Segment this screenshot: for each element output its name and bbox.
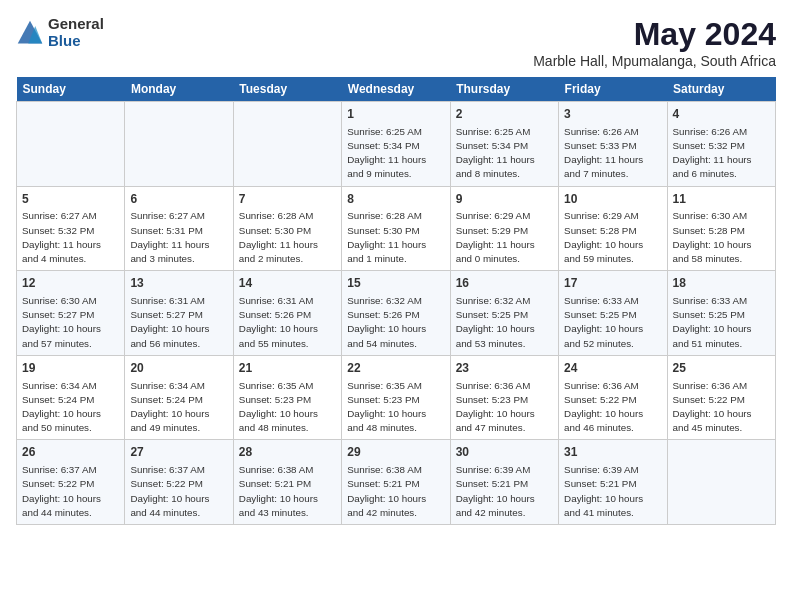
day-info: Sunrise: 6:28 AM Sunset: 5:30 PM Dayligh… [239, 209, 336, 266]
calendar-cell: 12Sunrise: 6:30 AM Sunset: 5:27 PM Dayli… [17, 271, 125, 356]
calendar-cell [17, 102, 125, 187]
day-number: 22 [347, 360, 444, 377]
day-number: 7 [239, 191, 336, 208]
calendar-cell [125, 102, 233, 187]
calendar-cell: 19Sunrise: 6:34 AM Sunset: 5:24 PM Dayli… [17, 355, 125, 440]
day-number: 15 [347, 275, 444, 292]
day-info: Sunrise: 6:27 AM Sunset: 5:31 PM Dayligh… [130, 209, 227, 266]
calendar-cell: 26Sunrise: 6:37 AM Sunset: 5:22 PM Dayli… [17, 440, 125, 525]
day-info: Sunrise: 6:33 AM Sunset: 5:25 PM Dayligh… [564, 294, 661, 351]
calendar-week-row: 1Sunrise: 6:25 AM Sunset: 5:34 PM Daylig… [17, 102, 776, 187]
calendar-cell: 17Sunrise: 6:33 AM Sunset: 5:25 PM Dayli… [559, 271, 667, 356]
day-info: Sunrise: 6:25 AM Sunset: 5:34 PM Dayligh… [456, 125, 553, 182]
calendar-week-row: 5Sunrise: 6:27 AM Sunset: 5:32 PM Daylig… [17, 186, 776, 271]
day-number: 21 [239, 360, 336, 377]
calendar-week-row: 26Sunrise: 6:37 AM Sunset: 5:22 PM Dayli… [17, 440, 776, 525]
day-info: Sunrise: 6:33 AM Sunset: 5:25 PM Dayligh… [673, 294, 770, 351]
weekday-header-saturday: Saturday [667, 77, 775, 102]
day-info: Sunrise: 6:29 AM Sunset: 5:28 PM Dayligh… [564, 209, 661, 266]
day-info: Sunrise: 6:38 AM Sunset: 5:21 PM Dayligh… [347, 463, 444, 520]
calendar-cell: 16Sunrise: 6:32 AM Sunset: 5:25 PM Dayli… [450, 271, 558, 356]
day-number: 17 [564, 275, 661, 292]
day-number: 2 [456, 106, 553, 123]
day-number: 30 [456, 444, 553, 461]
calendar-cell: 1Sunrise: 6:25 AM Sunset: 5:34 PM Daylig… [342, 102, 450, 187]
day-number: 5 [22, 191, 119, 208]
calendar-cell: 2Sunrise: 6:25 AM Sunset: 5:34 PM Daylig… [450, 102, 558, 187]
weekday-header-sunday: Sunday [17, 77, 125, 102]
day-number: 4 [673, 106, 770, 123]
day-number: 13 [130, 275, 227, 292]
calendar-cell: 25Sunrise: 6:36 AM Sunset: 5:22 PM Dayli… [667, 355, 775, 440]
calendar-cell: 27Sunrise: 6:37 AM Sunset: 5:22 PM Dayli… [125, 440, 233, 525]
day-number: 25 [673, 360, 770, 377]
calendar-cell: 3Sunrise: 6:26 AM Sunset: 5:33 PM Daylig… [559, 102, 667, 187]
day-info: Sunrise: 6:37 AM Sunset: 5:22 PM Dayligh… [130, 463, 227, 520]
calendar-cell: 20Sunrise: 6:34 AM Sunset: 5:24 PM Dayli… [125, 355, 233, 440]
calendar-cell: 30Sunrise: 6:39 AM Sunset: 5:21 PM Dayli… [450, 440, 558, 525]
weekday-header-monday: Monday [125, 77, 233, 102]
calendar-cell: 6Sunrise: 6:27 AM Sunset: 5:31 PM Daylig… [125, 186, 233, 271]
weekday-header-tuesday: Tuesday [233, 77, 341, 102]
calendar-cell: 23Sunrise: 6:36 AM Sunset: 5:23 PM Dayli… [450, 355, 558, 440]
day-info: Sunrise: 6:36 AM Sunset: 5:22 PM Dayligh… [673, 379, 770, 436]
day-number: 23 [456, 360, 553, 377]
day-info: Sunrise: 6:31 AM Sunset: 5:26 PM Dayligh… [239, 294, 336, 351]
page-title: May 2024 [533, 16, 776, 53]
day-info: Sunrise: 6:36 AM Sunset: 5:22 PM Dayligh… [564, 379, 661, 436]
day-number: 29 [347, 444, 444, 461]
day-number: 8 [347, 191, 444, 208]
calendar-cell: 13Sunrise: 6:31 AM Sunset: 5:27 PM Dayli… [125, 271, 233, 356]
day-number: 1 [347, 106, 444, 123]
calendar-cell: 29Sunrise: 6:38 AM Sunset: 5:21 PM Dayli… [342, 440, 450, 525]
calendar-cell [667, 440, 775, 525]
day-number: 19 [22, 360, 119, 377]
day-number: 28 [239, 444, 336, 461]
weekday-header-thursday: Thursday [450, 77, 558, 102]
logo: General Blue [16, 16, 104, 49]
day-info: Sunrise: 6:32 AM Sunset: 5:26 PM Dayligh… [347, 294, 444, 351]
day-info: Sunrise: 6:35 AM Sunset: 5:23 PM Dayligh… [239, 379, 336, 436]
calendar-cell: 18Sunrise: 6:33 AM Sunset: 5:25 PM Dayli… [667, 271, 775, 356]
day-number: 14 [239, 275, 336, 292]
calendar-cell: 21Sunrise: 6:35 AM Sunset: 5:23 PM Dayli… [233, 355, 341, 440]
day-info: Sunrise: 6:34 AM Sunset: 5:24 PM Dayligh… [22, 379, 119, 436]
calendar-cell: 8Sunrise: 6:28 AM Sunset: 5:30 PM Daylig… [342, 186, 450, 271]
day-number: 9 [456, 191, 553, 208]
day-number: 12 [22, 275, 119, 292]
calendar-cell: 5Sunrise: 6:27 AM Sunset: 5:32 PM Daylig… [17, 186, 125, 271]
day-number: 20 [130, 360, 227, 377]
logo-icon [16, 19, 44, 47]
day-info: Sunrise: 6:31 AM Sunset: 5:27 PM Dayligh… [130, 294, 227, 351]
weekday-header-wednesday: Wednesday [342, 77, 450, 102]
day-info: Sunrise: 6:37 AM Sunset: 5:22 PM Dayligh… [22, 463, 119, 520]
logo-blue-text: Blue [48, 33, 104, 50]
day-number: 16 [456, 275, 553, 292]
day-number: 24 [564, 360, 661, 377]
calendar-cell: 31Sunrise: 6:39 AM Sunset: 5:21 PM Dayli… [559, 440, 667, 525]
day-info: Sunrise: 6:30 AM Sunset: 5:27 PM Dayligh… [22, 294, 119, 351]
day-info: Sunrise: 6:30 AM Sunset: 5:28 PM Dayligh… [673, 209, 770, 266]
calendar-cell: 11Sunrise: 6:30 AM Sunset: 5:28 PM Dayli… [667, 186, 775, 271]
day-info: Sunrise: 6:29 AM Sunset: 5:29 PM Dayligh… [456, 209, 553, 266]
calendar-cell: 9Sunrise: 6:29 AM Sunset: 5:29 PM Daylig… [450, 186, 558, 271]
day-info: Sunrise: 6:39 AM Sunset: 5:21 PM Dayligh… [564, 463, 661, 520]
day-info: Sunrise: 6:27 AM Sunset: 5:32 PM Dayligh… [22, 209, 119, 266]
day-info: Sunrise: 6:39 AM Sunset: 5:21 PM Dayligh… [456, 463, 553, 520]
calendar-cell: 4Sunrise: 6:26 AM Sunset: 5:32 PM Daylig… [667, 102, 775, 187]
calendar-cell [233, 102, 341, 187]
logo-text: General Blue [48, 16, 104, 49]
day-number: 3 [564, 106, 661, 123]
calendar-table: SundayMondayTuesdayWednesdayThursdayFrid… [16, 77, 776, 525]
logo-general-text: General [48, 16, 104, 33]
day-info: Sunrise: 6:35 AM Sunset: 5:23 PM Dayligh… [347, 379, 444, 436]
day-number: 27 [130, 444, 227, 461]
calendar-body: 1Sunrise: 6:25 AM Sunset: 5:34 PM Daylig… [17, 102, 776, 525]
calendar-week-row: 12Sunrise: 6:30 AM Sunset: 5:27 PM Dayli… [17, 271, 776, 356]
day-info: Sunrise: 6:34 AM Sunset: 5:24 PM Dayligh… [130, 379, 227, 436]
day-info: Sunrise: 6:26 AM Sunset: 5:32 PM Dayligh… [673, 125, 770, 182]
calendar-week-row: 19Sunrise: 6:34 AM Sunset: 5:24 PM Dayli… [17, 355, 776, 440]
day-number: 6 [130, 191, 227, 208]
day-number: 31 [564, 444, 661, 461]
day-info: Sunrise: 6:26 AM Sunset: 5:33 PM Dayligh… [564, 125, 661, 182]
